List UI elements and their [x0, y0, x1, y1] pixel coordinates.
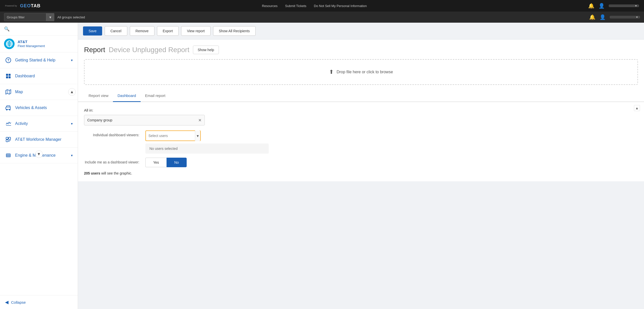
show-all-recipients-button[interactable]: Show All Recipients — [213, 26, 256, 36]
resources-link[interactable]: Resources — [262, 4, 277, 8]
getting-started-label: Getting Started & Help — [15, 58, 67, 62]
tab-dashboard[interactable]: Dashboard — [113, 90, 140, 102]
att-workforce-label: AT&T Workforce Manager — [15, 137, 73, 142]
form-scroll-up-button[interactable]: ▲ — [634, 105, 640, 111]
map-label: Map — [15, 90, 67, 94]
filter-bar-dropdown-arrow: ▾ — [636, 15, 638, 19]
engine-chevron: ▾ — [71, 153, 73, 157]
svg-rect-6 — [6, 74, 8, 76]
notification-icon[interactable]: 🔔 — [588, 3, 594, 9]
sidebar-search: 🔍 — [0, 23, 78, 36]
all-in-label: All in: — [84, 108, 638, 112]
search-icon[interactable]: 🔍 — [4, 26, 10, 32]
submit-tickets-link[interactable]: Submit Tickets — [285, 4, 306, 8]
groups-filter-bar: Groups filter ▾ All groups selected 🔔 👤 … — [0, 12, 644, 23]
report-label: Report — [84, 46, 105, 54]
do-not-sell-link[interactable]: Do Not Sell My Personal Information — [314, 4, 367, 8]
users-count-text: 205 users will see the graphic. — [84, 171, 638, 175]
sidebar-item-att-workforce[interactable]: AT&T Workforce Manager — [0, 132, 78, 148]
att-logo-svg — [6, 40, 13, 47]
sidebar-scroll-down-button[interactable]: ▼ — [35, 150, 43, 158]
report-area: Report Device Unplugged Report Show help… — [78, 40, 644, 90]
sidebar-item-vehicles[interactable]: Vehicles & Assets — [0, 100, 78, 116]
select-users-input[interactable] — [146, 134, 195, 138]
yes-button[interactable]: Yes — [145, 158, 167, 167]
top-bar-right: 🔔 👤 ▾ — [588, 3, 639, 9]
sidebar-item-getting-started[interactable]: ? Getting Started & Help ▾ — [0, 52, 78, 68]
view-report-button[interactable]: View report — [181, 26, 211, 36]
company-group-clear-button[interactable]: ✕ — [198, 118, 202, 123]
remove-button[interactable]: Remove — [130, 26, 154, 36]
users-count-number: 205 users — [84, 171, 100, 175]
sidebar-item-activity[interactable]: Activity ▾ — [0, 116, 78, 132]
getting-started-icon: ? — [5, 57, 12, 63]
groups-filter-select[interactable]: Groups filter ▾ — [4, 13, 54, 21]
collapse-button[interactable]: ◀ Collapse — [0, 295, 78, 309]
filter-bar-user-icon[interactable]: 👤 — [599, 14, 606, 20]
geotab-logo: GEOTAB — [20, 3, 41, 9]
svg-rect-7 — [9, 74, 11, 76]
filter-bar-user-dropdown[interactable]: ▾ — [610, 16, 640, 18]
main-content: Save Cancel Remove Export View report Sh… — [78, 23, 644, 309]
company-group-input[interactable]: Company group ✕ — [84, 115, 205, 125]
svg-point-14 — [6, 109, 8, 111]
sidebar-item-dashboard[interactable]: Dashboard — [0, 68, 78, 84]
top-bar: Powered by GEOTAB Resources Submit Ticke… — [0, 0, 644, 12]
no-button[interactable]: No — [167, 158, 187, 167]
drop-zone-text: Drop file here or click to browse — [337, 70, 393, 74]
include-me-label: Include me as a dashboard viewer: — [84, 158, 139, 164]
powered-by-text: Powered by — [5, 5, 17, 7]
company-group-value: Company group — [87, 118, 112, 122]
vehicles-label: Vehicles & Assets — [15, 106, 73, 110]
svg-point-15 — [9, 109, 11, 111]
svg-rect-18 — [9, 137, 11, 139]
show-help-button[interactable]: Show help — [193, 46, 219, 54]
export-button[interactable]: Export — [157, 26, 179, 36]
user-icon[interactable]: 👤 — [598, 3, 605, 9]
svg-rect-19 — [6, 140, 8, 142]
top-nav: Resources Submit Tickets Do Not Sell My … — [262, 4, 367, 8]
svg-rect-13 — [6, 107, 10, 109]
individual-viewers-controls: ▾ No users selected — [145, 130, 269, 154]
att-logo-icon — [4, 39, 15, 49]
drop-zone[interactable]: ⬆ Drop file here or click to browse — [84, 59, 638, 85]
att-logo-text: AT&T Fleet Management — [18, 39, 45, 48]
sidebar-logo: AT&T Fleet Management — [0, 36, 78, 52]
users-count-suffix: will see the graphic. — [100, 171, 132, 175]
sidebar-item-map[interactable]: Map ▾ — [0, 84, 78, 100]
user-dropdown-arrow: ▾ — [635, 4, 637, 8]
att-workforce-icon — [5, 136, 12, 143]
include-me-toggle: Yes No — [145, 158, 187, 167]
tabs-row: Report view Dashboard Email report — [78, 90, 644, 102]
save-button[interactable]: Save — [83, 26, 102, 36]
engine-icon — [5, 152, 12, 159]
individual-viewers-row: Individual dashboard viewers: ▾ No users… — [84, 130, 638, 154]
select-users-dropdown-arrow[interactable]: ▾ — [195, 130, 200, 141]
select-users-dropdown[interactable]: ▾ — [145, 130, 201, 141]
tab-email-report[interactable]: Email report — [141, 90, 170, 102]
company-group-row: Company group ✕ — [84, 115, 638, 125]
svg-text:?: ? — [7, 58, 10, 62]
report-name: Device Unplugged Report — [109, 46, 189, 54]
all-in-section: All in: Company group ✕ — [84, 108, 638, 125]
cancel-button[interactable]: Cancel — [105, 26, 127, 36]
include-me-row: Include me as a dashboard viewer: Yes No — [84, 158, 638, 167]
activity-chevron: ▾ — [71, 122, 73, 126]
activity-label: Activity — [15, 121, 67, 126]
filter-bar-notification-icon[interactable]: 🔔 — [589, 14, 595, 20]
user-dropdown[interactable]: ▾ — [609, 5, 639, 7]
collapse-icon: ◀ — [5, 299, 9, 305]
logo-area: Powered by GEOTAB — [5, 3, 41, 9]
groups-filter-dropdown-arrow[interactable]: ▾ — [46, 13, 54, 21]
sidebar-scroll-up-button[interactable]: ▲ — [68, 88, 76, 96]
sidebar: 🔍 AT&T Fleet Management ▲ — [0, 23, 78, 309]
top-right-icons: 🔔 👤 ▾ — [589, 14, 640, 20]
svg-marker-10 — [6, 90, 11, 94]
tab-report-view[interactable]: Report view — [84, 90, 113, 102]
toolbar: Save Cancel Remove Export View report Sh… — [78, 23, 644, 40]
activity-icon — [5, 120, 12, 127]
no-users-text: No users selected — [149, 147, 178, 151]
no-users-box: No users selected — [145, 144, 269, 154]
upload-icon: ⬆ — [329, 69, 334, 75]
svg-rect-9 — [9, 76, 11, 78]
